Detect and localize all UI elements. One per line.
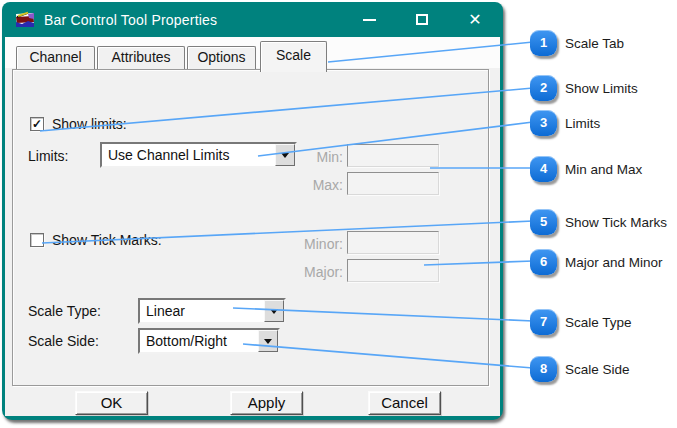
callout-label: Major and Minor xyxy=(565,255,663,270)
close-button[interactable]: ✕ xyxy=(465,10,485,30)
properties-dialog-window: Bar Control Tool Properties ✕ Channel At… xyxy=(2,2,503,420)
minimize-button[interactable] xyxy=(359,10,379,30)
tab-options[interactable]: Options xyxy=(187,46,256,69)
scale-side-label: Scale Side: xyxy=(28,333,99,349)
bar-chart-app-icon xyxy=(14,11,36,29)
cancel-button[interactable]: Cancel xyxy=(368,391,441,415)
show-tick-marks-label: Show Tick Marks: xyxy=(52,232,162,248)
window-controls: ✕ xyxy=(359,2,485,37)
maximize-icon xyxy=(416,14,428,25)
callout-badge: 1 xyxy=(530,30,557,56)
scale-side-select-value: Bottom/Right xyxy=(146,333,227,349)
show-tick-marks-checkbox[interactable] xyxy=(30,233,44,247)
callout-label: Limits xyxy=(565,116,600,131)
major-label: Major: xyxy=(285,264,343,280)
screenshot-stage: Bar Control Tool Properties ✕ Channel At… xyxy=(0,0,677,428)
callout-label: Show Tick Marks xyxy=(565,215,667,230)
checkmark-icon: ✓ xyxy=(32,117,42,131)
show-limits-checkbox[interactable]: ✓ xyxy=(30,117,44,131)
callout-badge: 8 xyxy=(530,356,557,382)
scale-type-label: Scale Type: xyxy=(28,303,101,319)
tab-channel[interactable]: Channel xyxy=(16,46,95,69)
callout-label: Scale Tab xyxy=(565,36,624,51)
dialog-body: Channel Attributes Options Scale ✓ Show … xyxy=(5,37,500,416)
window-title: Bar Control Tool Properties xyxy=(44,12,217,28)
apply-button[interactable]: Apply xyxy=(230,391,303,415)
tab-scale[interactable]: Scale xyxy=(260,41,327,72)
max-label: Max: xyxy=(285,177,343,193)
show-limits-label: Show limits: xyxy=(52,116,127,132)
callout-label: Scale Side xyxy=(565,362,630,377)
minimize-icon xyxy=(363,19,376,21)
tab-strip: Channel Attributes Options Scale xyxy=(5,37,500,68)
minor-label: Minor: xyxy=(285,236,343,252)
close-icon: ✕ xyxy=(468,12,481,28)
max-field xyxy=(347,172,439,195)
maximize-button[interactable] xyxy=(412,10,432,30)
scale-side-select[interactable]: Bottom/Right xyxy=(138,328,280,354)
limits-select-value: Use Channel Limits xyxy=(108,147,229,163)
callout-badge: 4 xyxy=(530,156,557,182)
major-field xyxy=(347,259,439,282)
chevron-down-icon xyxy=(270,309,278,314)
scale-type-select[interactable]: Linear xyxy=(138,298,286,324)
scale-type-select-arrow-button[interactable] xyxy=(264,300,284,322)
callout-label: Min and Max xyxy=(565,162,642,177)
chevron-down-icon xyxy=(264,339,272,344)
limits-select[interactable]: Use Channel Limits xyxy=(100,142,297,168)
callout-badge: 5 xyxy=(530,209,557,235)
callout-badge: 2 xyxy=(530,75,557,101)
scale-type-select-value: Linear xyxy=(146,303,185,319)
limits-label: Limits: xyxy=(28,148,68,164)
ok-button[interactable]: OK xyxy=(75,391,148,415)
min-field xyxy=(347,144,439,167)
callout-badge: 6 xyxy=(530,249,557,275)
tab-attributes[interactable]: Attributes xyxy=(97,46,185,69)
minor-field xyxy=(347,231,439,254)
titlebar: Bar Control Tool Properties ✕ xyxy=(2,2,503,37)
callout-label: Show Limits xyxy=(565,81,638,96)
scale-side-select-arrow-button[interactable] xyxy=(258,330,278,352)
callout-badge: 7 xyxy=(530,309,557,335)
callout-badge: 3 xyxy=(530,110,557,136)
callout-label: Scale Type xyxy=(565,315,632,330)
min-label: Min: xyxy=(285,149,343,165)
